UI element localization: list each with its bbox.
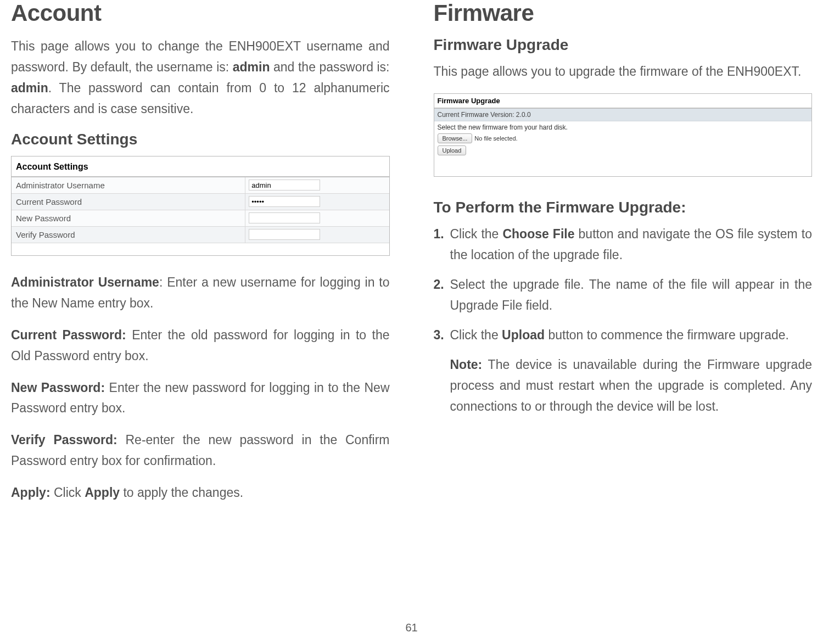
def-apply-bold: Apply xyxy=(85,485,120,500)
firmware-intro: This page allows you to upgrade the firm… xyxy=(434,61,813,82)
step-1: 1. Click the Choose File button and navi… xyxy=(434,224,813,266)
new-password-input[interactable] xyxy=(249,212,320,223)
step-3-text-a: Click the xyxy=(450,328,502,342)
step-3: 3. Click the Upload button to commence t… xyxy=(434,325,813,346)
current-password-label: Current Password xyxy=(12,194,245,210)
step-1-text-a: Click the xyxy=(450,227,503,241)
table-row: Verify Password xyxy=(12,227,389,243)
current-password-input[interactable] xyxy=(249,196,320,207)
def-current-password: Current Password: Enter the old password… xyxy=(11,325,390,367)
firmware-upgrade-heading: Firmware Upgrade xyxy=(434,36,813,54)
new-password-label: New Password xyxy=(12,210,245,226)
def-apply-label: Apply: xyxy=(11,485,51,500)
firmware-upgrade-panel: Firmware Upgrade Current Firmware Versio… xyxy=(434,93,813,177)
upload-button[interactable]: Upload xyxy=(438,145,467,155)
def-admin-username: Administrator Username: Enter a new user… xyxy=(11,272,390,314)
def-new-password-label: New Password: xyxy=(11,380,105,395)
account-settings-panel: Account Settings Administrator Username … xyxy=(11,156,390,256)
account-settings-heading: Account Settings xyxy=(11,131,390,148)
table-row: New Password xyxy=(12,210,389,227)
firmware-version-row: Current Firmware Version: 2.0.0 xyxy=(434,109,812,121)
note-label: Note: xyxy=(450,357,483,372)
account-settings-panel-title: Account Settings xyxy=(12,156,389,177)
no-file-selected-text: No file selected. xyxy=(474,135,517,142)
def-current-password-label: Current Password: xyxy=(11,328,126,342)
admin-username-input[interactable] xyxy=(249,180,320,191)
def-apply: Apply: Click Apply to apply the changes. xyxy=(11,483,390,503)
step-2-number: 2. xyxy=(434,275,444,295)
step-3-bold: Upload xyxy=(502,328,545,342)
step-1-bold: Choose File xyxy=(502,227,574,241)
step-1-number: 1. xyxy=(434,224,444,245)
note-body: The device is unavailable during the Fir… xyxy=(450,357,813,413)
def-apply-text2: to apply the changes. xyxy=(120,485,243,500)
verify-password-input[interactable] xyxy=(249,229,320,240)
def-admin-username-label: Administrator Username xyxy=(11,275,159,289)
intro-text-3: . The password can contain from 0 to 12 … xyxy=(11,81,390,116)
page-number: 61 xyxy=(0,621,823,634)
def-new-password: New Password: Enter the new password for… xyxy=(11,378,390,419)
step-2-text: Select the upgrade file. The name of the… xyxy=(450,277,813,312)
step-2: 2. Select the upgrade file. The name of … xyxy=(434,275,813,316)
verify-password-label: Verify Password xyxy=(12,227,245,243)
step-3-text-b: button to commence the firmware upgrade. xyxy=(545,328,789,342)
intro-text-2: and the password is: xyxy=(270,60,389,74)
account-heading: Account xyxy=(11,0,390,26)
intro-bold-2: admin xyxy=(11,81,48,95)
firmware-instruction: Select the new firmware from your hard d… xyxy=(438,124,809,131)
table-spacer xyxy=(12,243,389,255)
table-row: Administrator Username xyxy=(12,177,389,194)
account-intro: This page allows you to change the ENH90… xyxy=(11,36,390,120)
def-verify-password: Verify Password: Re-enter the new passwo… xyxy=(11,430,390,472)
def-verify-password-label: Verify Password: xyxy=(11,433,117,447)
firmware-heading: Firmware xyxy=(434,0,813,26)
perform-upgrade-heading: To Perform the Firmware Upgrade: xyxy=(434,199,813,216)
step-3-number: 3. xyxy=(434,325,444,346)
firmware-panel-header: Firmware Upgrade xyxy=(434,94,812,109)
firmware-note: Note: The device is unavailable during t… xyxy=(434,355,813,417)
table-row: Current Password xyxy=(12,194,389,210)
browse-button[interactable]: Browse... xyxy=(438,133,473,143)
firmware-panel-spacer xyxy=(434,161,812,176)
admin-username-label: Administrator Username xyxy=(12,177,245,193)
intro-bold-1: admin xyxy=(233,60,270,74)
def-apply-text1: Click xyxy=(51,485,85,500)
